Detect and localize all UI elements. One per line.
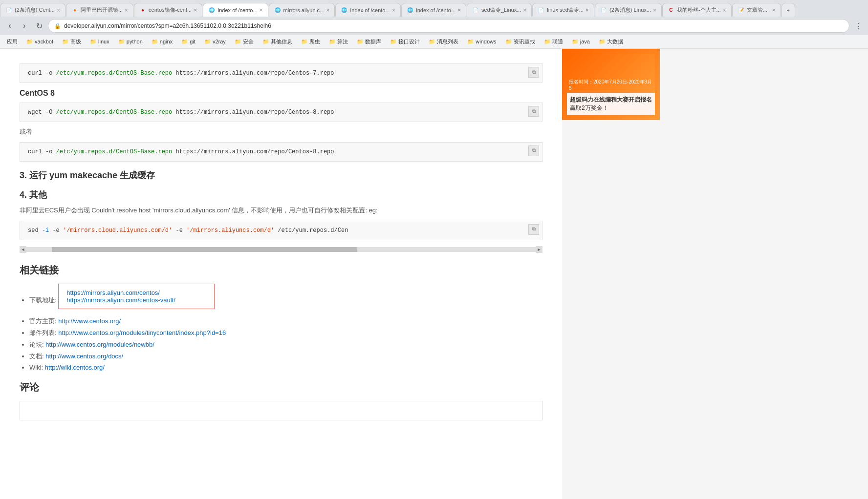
tab-5[interactable]: 🌐 mirrors.aliyun.c... ×: [269, 3, 335, 17]
tab-3[interactable]: ● centos镜像-cent... ×: [134, 3, 202, 17]
centos8-title: CentOS 8: [20, 89, 542, 98]
sed-e1: -e: [49, 227, 63, 234]
tab-9-close[interactable]: ×: [584, 7, 589, 14]
bookmark-apps[interactable]: 应用: [4, 37, 21, 46]
content-area: curl -o /etc/yum.repos.d/CentOS-Base.rep…: [0, 49, 562, 499]
scroll-right-arrow[interactable]: ►: [536, 246, 542, 253]
bookmark-messages[interactable]: 📁 消息列表: [426, 37, 461, 46]
bookmark-vackbot[interactable]: 📁 vackbot: [23, 38, 56, 46]
tab-5-close[interactable]: ×: [324, 7, 329, 14]
bookmark-nginx[interactable]: 📁 nginx: [149, 38, 175, 46]
bookmark-crawler[interactable]: 📁 爬虫: [298, 37, 323, 46]
official-link[interactable]: http://www.centos.org/: [58, 317, 121, 325]
wget-path: /etc/yum.repos.d/CentOS-Base.repo: [56, 109, 173, 116]
tab-4-favicon: 🌐: [208, 7, 215, 14]
tab-12-label: 文章管...: [747, 6, 767, 14]
forum-link[interactable]: http://www.centos.org/modules/newbb/: [45, 341, 154, 348]
scrollbar-thumb[interactable]: [52, 247, 357, 252]
bookmark-linux[interactable]: 📁 linux: [87, 38, 112, 46]
copy-btn-4[interactable]: ⧉: [528, 224, 539, 235]
bookmark-unicom[interactable]: 📁 联通: [541, 37, 566, 46]
ad-date: 报名时间：2020年7月20日-2020年9月5: [569, 79, 653, 91]
comment-input-box[interactable]: [20, 401, 542, 420]
tab-10-label: (2条消息) Linux...: [609, 6, 651, 14]
bookmark-java[interactable]: 📁 java: [569, 38, 593, 46]
bookmark-api[interactable]: 📁 接口设计: [387, 37, 423, 46]
tab-1[interactable]: 📄 (2条消息) Cent... ×: [0, 3, 65, 17]
forward-button[interactable]: ›: [19, 20, 30, 32]
step4-text: 非阿里云ECS用户会出现 Couldn't resolve host 'mirr…: [20, 206, 542, 216]
tab-4-close[interactable]: ×: [258, 7, 263, 14]
tab-3-label: centos镜像-cent...: [149, 6, 192, 14]
forum-label: 论坛:: [29, 341, 44, 348]
tab-5-label: mirrors.aliyun.c...: [283, 7, 325, 13]
wget-url: https://mirrors.aliyun.com/repo/Centos-8…: [172, 109, 334, 116]
tab-9[interactable]: 📄 linux sed命令... ×: [532, 3, 594, 17]
address-bar[interactable]: 🔒 developer.aliyun.com/mirror/centos?spm…: [48, 19, 849, 33]
code-scroll-container: ◄ ►: [20, 245, 542, 254]
horizontal-scrollbar[interactable]: [26, 247, 536, 252]
bookmark-v2ray[interactable]: 📁 v2ray: [201, 38, 229, 46]
or-label: 或者: [20, 127, 542, 137]
sed-file: /etc/yum.repos.d/Cen: [274, 227, 348, 234]
bookmark-security[interactable]: 📁 安全: [232, 37, 257, 46]
tab-3-close[interactable]: ×: [192, 7, 197, 14]
curl-centos7-block: curl -o /etc/yum.repos.d/CentOS-Base.rep…: [20, 63, 542, 83]
curl8-path: /etc/yum.repos.d/CentOS-Base.repo: [56, 148, 173, 155]
tab-12[interactable]: 📝 文章管... ×: [732, 3, 781, 17]
mailing-link-item: 邮件列表: http://www.centos.org/modules/tiny…: [29, 329, 542, 337]
new-tab-btn[interactable]: +: [781, 3, 795, 17]
download-link-2[interactable]: https://mirrors.aliyun.com/centos-vault/: [66, 296, 175, 304]
tab-6-favicon: 🌐: [341, 7, 347, 14]
address-bar-row: ‹ › ↻ 🔒 developer.aliyun.com/mirror/cent…: [0, 17, 868, 35]
tab-1-close[interactable]: ×: [55, 7, 60, 14]
wget-centos8-block: wget -O /etc/yum.repos.d/CentOS-Base.rep…: [20, 103, 542, 122]
bookmark-bigdata[interactable]: 📁 大数据: [596, 37, 626, 46]
tab-12-close[interactable]: ×: [770, 7, 776, 14]
tab-7-favicon: 🌐: [407, 7, 413, 14]
tab-9-label: linux sed命令...: [547, 6, 584, 14]
tab-2[interactable]: ● 阿里巴巴开源镜... ×: [66, 3, 133, 17]
tab-7[interactable]: 🌐 Index of /cento... ×: [401, 3, 466, 17]
tab-2-close[interactable]: ×: [123, 7, 128, 14]
tab-4-label: Index of /cento...: [217, 7, 257, 13]
bookmark-advanced[interactable]: 📁 高级: [59, 37, 84, 46]
tab-4[interactable]: 🌐 Index of /cento... ×: [203, 3, 268, 17]
official-link-item: 官方主页: http://www.centos.org/: [29, 317, 542, 326]
bookmark-algorithm[interactable]: 📁 算法: [326, 37, 351, 46]
copy-btn-2[interactable]: ⧉: [528, 106, 539, 117]
docs-link[interactable]: http://www.centos.org/docs/: [45, 353, 123, 360]
bookmark-news[interactable]: 📁 资讯查找: [502, 37, 538, 46]
tab-11-close[interactable]: ×: [721, 7, 726, 14]
tab-8-label: sed命令_Linux...: [481, 6, 521, 14]
bookmark-windows[interactable]: 📁 windows: [464, 38, 499, 46]
tab-10-close[interactable]: ×: [651, 7, 656, 14]
tab-10[interactable]: 📄 (2条消息) Linux... ×: [595, 3, 662, 17]
copy-btn-1[interactable]: ⧉: [528, 67, 539, 78]
step3-title: 3. 运行 yum makecache 生成缓存: [20, 169, 542, 181]
bookmark-database[interactable]: 📁 数据库: [354, 37, 384, 46]
ad-banner[interactable]: 报名时间：2020年7月20日-2020年9月5 超级码力在线编程大赛开启报名 …: [562, 49, 660, 120]
refresh-button[interactable]: ↻: [33, 20, 45, 32]
tab-10-favicon: 📄: [600, 7, 607, 14]
bookmark-other[interactable]: 📁 其他信息: [260, 37, 295, 46]
copy-btn-3[interactable]: ⧉: [528, 146, 539, 156]
tab-6-close[interactable]: ×: [390, 7, 395, 14]
bookmark-git[interactable]: 📁 git: [178, 38, 198, 46]
tab-6[interactable]: 🌐 Index of /cento... ×: [335, 3, 400, 17]
bookmark-python[interactable]: 📁 python: [115, 38, 146, 46]
menu-button[interactable]: ⋮: [852, 20, 864, 32]
tab-2-label: 阿里巴巴开源镜...: [81, 6, 123, 14]
mailing-link[interactable]: http://www.centos.org/modules/tinyconten…: [58, 329, 226, 336]
back-button[interactable]: ‹: [4, 20, 16, 32]
lock-icon: 🔒: [54, 23, 61, 29]
tab-8-close[interactable]: ×: [521, 7, 526, 14]
tab-8[interactable]: 📄 sed命令_Linux... ×: [467, 3, 532, 17]
tab-1-favicon: 📄: [5, 7, 12, 14]
wiki-link[interactable]: http://wiki.centos.org/: [45, 364, 105, 371]
scroll-left-arrow[interactable]: ◄: [20, 246, 26, 253]
sed-cmd-block: sed -i -e '/mirrors.cloud.aliyuncs.com/d…: [20, 221, 542, 240]
tab-7-close[interactable]: ×: [456, 7, 461, 14]
tab-11[interactable]: C 我的粉丝-个人主... ×: [662, 3, 732, 17]
download-link-1[interactable]: https://mirrors.aliyun.com/centos/: [66, 289, 160, 296]
